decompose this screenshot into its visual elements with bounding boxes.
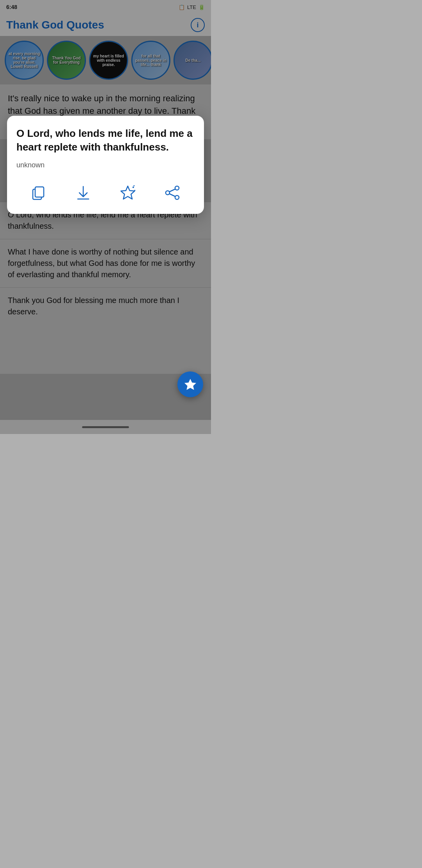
- svg-point-7: [134, 185, 135, 187]
- circle-item-3[interactable]: my heart is filled with endless praise.: [89, 41, 128, 80]
- svg-point-10: [175, 195, 179, 199]
- fab-button[interactable]: [177, 371, 203, 397]
- home-indicator: [82, 426, 129, 428]
- page-title: Thank God Quotes: [6, 19, 104, 31]
- circle-item-1[interactable]: at every morning rise, be glad you're al…: [5, 41, 44, 80]
- circle-item-2[interactable]: Thank You God for Everything: [47, 41, 86, 80]
- download-button[interactable]: [72, 181, 95, 204]
- modal-actions: [16, 178, 195, 204]
- below-quote-2: What I have done is worthy of nothing bu…: [0, 239, 211, 287]
- modal-quote-text: O Lord, who lends me life, lend me a hea…: [16, 127, 195, 154]
- favorite-button[interactable]: [116, 181, 139, 204]
- svg-point-5: [132, 187, 134, 188]
- header: Thank God Quotes i: [0, 14, 211, 36]
- svg-line-11: [170, 189, 175, 192]
- clipboard-icon: 📋: [179, 4, 185, 10]
- below-quote-text-3: Thank you God for blessing me much more …: [8, 296, 179, 316]
- svg-line-12: [170, 194, 175, 197]
- circle-text-3: my heart is filled with endless praise.: [90, 52, 127, 69]
- share-button[interactable]: [161, 181, 184, 204]
- status-bar: 6:48 📋 LTE 🔋: [0, 0, 211, 14]
- circles-row: at every morning rise, be glad you're al…: [0, 36, 211, 84]
- modal-author: unknown: [16, 161, 195, 169]
- svg-marker-13: [184, 379, 196, 390]
- copy-button[interactable]: [27, 181, 50, 204]
- circle-text-4: for all that passes, peace in life... th…: [132, 52, 169, 69]
- svg-marker-4: [121, 186, 135, 199]
- battery-icon: 🔋: [198, 4, 205, 10]
- svg-point-9: [166, 191, 170, 195]
- info-button[interactable]: i: [191, 18, 205, 32]
- bottom-bar: [0, 420, 211, 434]
- signal-icon: LTE: [187, 4, 196, 10]
- circle-text-5: De tha...: [183, 56, 203, 65]
- circle-item-4[interactable]: for all that passes, peace in life... th…: [131, 41, 170, 80]
- svg-point-6: [134, 190, 136, 191]
- circle-text-2: Thank You God for Everything: [48, 54, 85, 67]
- circle-text-1: at every morning rise, be glad you're al…: [6, 49, 43, 71]
- circle-item-5[interactable]: De tha...: [173, 41, 211, 80]
- below-quote-3: Thank you God for blessing me much more …: [0, 287, 211, 325]
- svg-rect-1: [35, 187, 44, 197]
- status-icons: 📋 LTE 🔋: [179, 4, 205, 10]
- modal-card: O Lord, who lends me life, lend me a hea…: [7, 116, 204, 214]
- svg-point-8: [175, 186, 179, 190]
- below-quote-text-2: What I have done is worthy of nothing bu…: [8, 247, 195, 279]
- status-time: 6:48: [6, 4, 17, 10]
